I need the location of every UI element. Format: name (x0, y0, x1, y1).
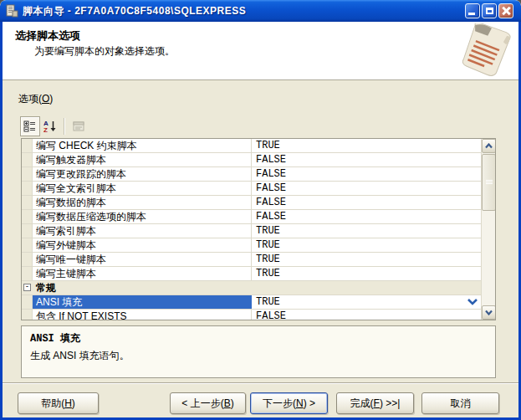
wizard-app-icon (5, 4, 18, 18)
table-row[interactable]: 编写 CHECK 约束脚本 TRUE (22, 139, 481, 153)
row-margin (22, 253, 33, 266)
table-row[interactable]: 包含 If NOT EXISTS FALSE (22, 310, 481, 320)
maximize-button[interactable] (482, 3, 497, 18)
property-name[interactable]: 编写数据的脚本 (33, 196, 252, 209)
category-name: 常规 (33, 281, 56, 295)
next-button-label-post: ) > (304, 397, 315, 409)
cancel-button-label: 取消 (451, 397, 471, 411)
table-row-selected[interactable]: ANSI 填充 TRUE (22, 295, 481, 310)
property-name[interactable]: 编写数据压缩选项的脚本 (33, 210, 252, 223)
property-value[interactable]: FALSE (252, 210, 481, 223)
dropdown-arrow-icon[interactable] (467, 297, 478, 307)
property-grid-toolbar: A Z (20, 116, 89, 136)
category-row[interactable]: - 常规 (22, 281, 481, 295)
finish-button-label-post: ) >>| (380, 397, 400, 409)
script-scroll-watermark-icon (452, 23, 515, 79)
table-row[interactable]: 编写唯一键脚本 TRUE (22, 253, 481, 267)
row-margin (22, 210, 33, 223)
collapse-icon[interactable]: - (23, 284, 31, 291)
vertical-scrollbar[interactable] (481, 139, 495, 320)
row-margin (22, 182, 33, 195)
table-row[interactable]: 编写主键脚本 TRUE (22, 267, 481, 281)
property-value: TRUE (256, 296, 280, 308)
property-name[interactable]: 编写外键脚本 (33, 238, 252, 252)
finish-button-key: F (374, 397, 380, 409)
property-grid[interactable]: 编写 CHECK 约束脚本 TRUE 编写触发器脚本 FALSE 编写更改跟踪的… (21, 138, 496, 320)
property-value[interactable]: TRUE (252, 224, 481, 238)
help-button-label: 帮助( (41, 397, 64, 411)
window-title: 脚本向导 - 2F7A0A70C8F5408\SQLEXPRESS (23, 4, 465, 18)
minimize-icon (468, 13, 475, 15)
property-value[interactable]: TRUE (252, 238, 481, 252)
next-button-key: N (296, 397, 304, 409)
property-value-editor[interactable]: TRUE (252, 295, 481, 309)
row-margin: - (22, 281, 33, 295)
property-name[interactable]: 编写索引脚本 (33, 224, 252, 238)
scroll-up-icon (485, 143, 493, 149)
window-frame-left (0, 22, 3, 417)
property-value[interactable]: TRUE (252, 139, 481, 152)
options-label: 选项(O) (18, 92, 53, 106)
property-name[interactable]: 编写 CHECK 约束脚本 (33, 139, 252, 152)
property-name[interactable]: 编写主键脚本 (33, 267, 252, 280)
property-value[interactable]: TRUE (252, 267, 481, 280)
bottom-separator (3, 382, 518, 384)
back-button[interactable]: < 上一步(B) (170, 392, 246, 414)
property-pages-button (69, 116, 89, 136)
property-name[interactable]: ANSI 填充 (33, 295, 252, 309)
table-row[interactable]: 编写更改跟踪的脚本 FALSE (22, 167, 481, 182)
property-name[interactable]: 编写全文索引脚本 (33, 182, 252, 195)
scroll-up-button[interactable] (482, 139, 496, 153)
back-button-label: < 上一步( (181, 397, 223, 411)
categorized-button[interactable] (20, 116, 40, 136)
next-button-label: 下一步( (263, 397, 296, 411)
close-button[interactable] (498, 3, 513, 18)
table-row[interactable]: 编写外键脚本 TRUE (22, 238, 481, 253)
property-name[interactable]: 包含 If NOT EXISTS (33, 310, 252, 320)
maximize-icon (486, 8, 493, 14)
options-label-key: O (42, 93, 49, 105)
row-margin (22, 224, 33, 238)
table-row[interactable]: 编写数据的脚本 FALSE (22, 196, 481, 210)
alphabetical-sort-button[interactable]: A Z (40, 116, 60, 136)
wizard-header: 选择脚本选项 为要编写脚本的对象选择选项。 (3, 22, 518, 80)
property-value[interactable]: FALSE (252, 196, 481, 209)
options-label-pre: 选项( (18, 93, 42, 105)
scroll-down-button[interactable] (482, 305, 496, 320)
property-description-pane: ANSI 填充 生成 ANSI 填充语句。 (21, 325, 496, 378)
property-name[interactable]: 编写唯一键脚本 (33, 253, 252, 266)
description-text: 生成 ANSI 填充语句。 (30, 349, 487, 363)
property-value[interactable]: TRUE (252, 253, 481, 266)
close-icon (502, 7, 510, 15)
cancel-button[interactable]: 取消 (421, 392, 499, 414)
page-title: 选择脚本选项 (15, 28, 80, 44)
minimize-button[interactable] (465, 3, 480, 18)
row-margin (22, 139, 33, 152)
property-name[interactable]: 编写更改跟踪的脚本 (33, 167, 252, 181)
property-name[interactable]: 编写触发器脚本 (33, 153, 252, 166)
help-button-key: H (64, 397, 72, 409)
scroll-down-icon (485, 310, 493, 315)
toolbar-separator (64, 118, 65, 135)
scrollbar-thumb[interactable] (482, 154, 496, 211)
property-grid-rows: 编写 CHECK 约束脚本 TRUE 编写触发器脚本 FALSE 编写更改跟踪的… (22, 139, 481, 320)
table-row[interactable]: 编写索引脚本 TRUE (22, 224, 481, 238)
help-button-label-post: ) (72, 397, 75, 409)
property-value[interactable]: FALSE (252, 167, 481, 181)
row-margin (22, 153, 33, 166)
help-button[interactable]: 帮助(H) (18, 392, 99, 414)
titlebar[interactable]: 脚本向导 - 2F7A0A70C8F5408\SQLEXPRESS (0, 0, 521, 22)
property-value[interactable]: FALSE (252, 310, 481, 320)
table-row[interactable]: 编写全文索引脚本 FALSE (22, 182, 481, 196)
property-value[interactable]: FALSE (252, 182, 481, 195)
row-margin (22, 310, 33, 320)
back-button-label-post: ) (231, 397, 234, 409)
finish-button[interactable]: 完成(F) >>| (336, 392, 414, 414)
property-value[interactable]: FALSE (252, 153, 481, 166)
row-margin (22, 267, 33, 280)
next-button[interactable]: 下一步(N) > (250, 392, 328, 414)
row-margin (22, 295, 33, 309)
table-row[interactable]: 编写触发器脚本 FALSE (22, 153, 481, 167)
az-sort-icon: A Z (43, 120, 57, 133)
table-row[interactable]: 编写数据压缩选项的脚本 FALSE (22, 210, 481, 224)
